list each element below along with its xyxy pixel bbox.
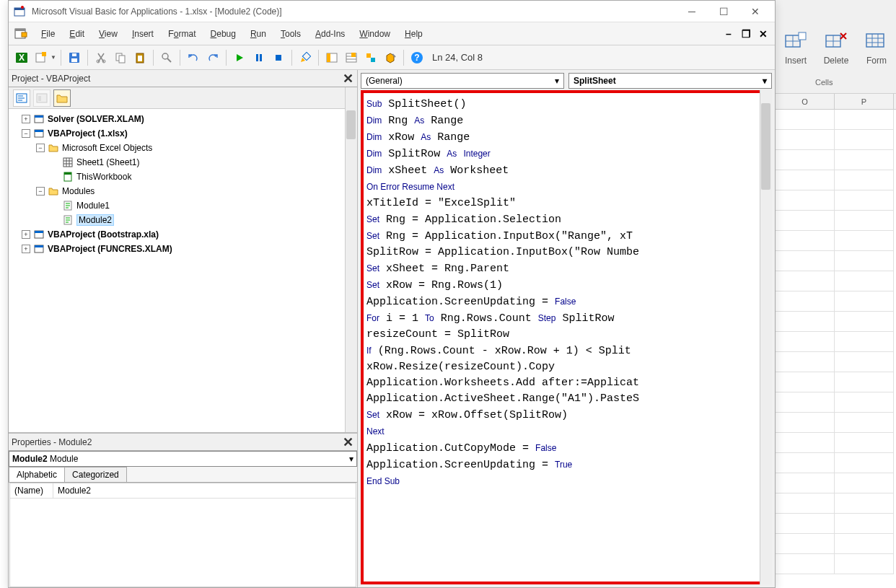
tab-alphabetic[interactable]: Alphabetic (9, 467, 65, 482)
tree-node-modules[interactable]: −Modules (36, 185, 356, 198)
run-button[interactable] (231, 49, 248, 66)
code-scrollbar[interactable] (760, 90, 772, 584)
cell[interactable] (776, 433, 835, 453)
tree-node-sheet1[interactable]: Sheet1 (Sheet1) (50, 156, 356, 169)
expander-icon[interactable]: − (36, 187, 45, 196)
view-code-button[interactable] (13, 89, 30, 107)
ribbon-insert-group[interactable]: Insert (783, 28, 809, 66)
cell[interactable] (776, 110, 835, 130)
cell[interactable] (835, 170, 894, 190)
cell[interactable] (835, 332, 894, 352)
cell[interactable] (835, 372, 894, 392)
cut-button[interactable] (92, 49, 110, 66)
title-bar[interactable]: Microsoft Visual Basic for Applications … (9, 1, 775, 22)
close-button[interactable]: ✕ (740, 1, 770, 22)
break-button[interactable] (250, 49, 268, 66)
cell[interactable] (776, 251, 835, 271)
properties-grid[interactable]: (Name) Module2 (9, 483, 356, 587)
project-toolbar-scroll[interactable] (345, 87, 357, 109)
expander-icon[interactable]: + (22, 230, 30, 239)
properties-panel-close-button[interactable]: ✕ (341, 436, 354, 449)
cell[interactable] (835, 534, 894, 554)
menu-addins[interactable]: Add-Ins (309, 25, 351, 42)
cell[interactable] (835, 433, 894, 453)
col-header-O[interactable]: O (776, 94, 835, 109)
menu-view[interactable]: View (92, 25, 124, 42)
menu-help[interactable]: Help (398, 25, 429, 42)
cell[interactable] (835, 473, 894, 493)
ribbon-delete-group[interactable]: Delete (823, 28, 849, 66)
cell[interactable] (776, 493, 835, 514)
cell[interactable] (776, 231, 835, 251)
paste-button[interactable] (131, 49, 149, 66)
toolbox-button[interactable] (382, 49, 399, 66)
menu-edit[interactable]: Edit (63, 25, 91, 42)
mdi-close-button[interactable]: ✕ (756, 27, 770, 40)
tree-scrollbar[interactable] (345, 109, 357, 432)
cell[interactable] (835, 392, 894, 413)
property-name-value[interactable]: Module2 (53, 483, 356, 498)
insert-item-button[interactable] (32, 49, 50, 66)
cell[interactable] (776, 211, 835, 231)
undo-button[interactable] (185, 49, 202, 66)
tree-scroll-thumb[interactable] (346, 110, 356, 139)
save-button[interactable] (66, 49, 83, 66)
design-mode-button[interactable] (297, 49, 314, 66)
menu-file[interactable]: File (35, 25, 61, 42)
object-browser-button[interactable] (362, 49, 379, 66)
cell[interactable] (776, 332, 835, 352)
project-panel-close-button[interactable]: ✕ (341, 72, 354, 85)
tree-node-thisworkbook[interactable]: ThisWorkbook (50, 170, 356, 183)
find-button[interactable] (158, 49, 175, 66)
expander-icon[interactable]: − (22, 129, 30, 138)
cell[interactable] (835, 110, 894, 130)
properties-object-combo[interactable]: Module2 Module ▾ (9, 451, 357, 467)
help-button[interactable]: ? (408, 49, 426, 66)
expander-icon[interactable]: − (36, 144, 45, 152)
cell[interactable] (776, 534, 835, 554)
menu-insert[interactable]: Insert (126, 25, 160, 42)
cell[interactable] (776, 312, 835, 332)
cell[interactable] (835, 150, 894, 170)
cell[interactable] (776, 453, 835, 473)
maximize-button[interactable]: ☐ (708, 1, 739, 22)
cell[interactable] (835, 514, 894, 534)
redo-button[interactable] (204, 49, 221, 66)
cell[interactable] (835, 493, 894, 514)
menu-debug[interactable]: Debug (204, 25, 242, 42)
toggle-folders-button[interactable] (53, 89, 71, 107)
object-dropdown[interactable]: (General)▾ (361, 73, 564, 89)
menu-run[interactable]: Run (244, 25, 273, 42)
cell[interactable] (835, 190, 894, 211)
tree-node-funcres[interactable]: +VBAProject (FUNCRES.XLAM) (22, 242, 356, 255)
ribbon-format-group[interactable]: Form (864, 28, 890, 66)
minimize-button[interactable]: ─ (677, 1, 707, 22)
expander-icon[interactable]: + (22, 245, 30, 253)
tree-node-bootstrap[interactable]: +VBAProject (Bootstrap.xla) (22, 228, 356, 241)
expander-icon[interactable]: + (22, 115, 30, 123)
mdi-minimize-button[interactable]: – (721, 27, 736, 40)
cell[interactable] (835, 130, 894, 150)
dropdown-arrow-icon[interactable]: ▼ (50, 54, 56, 61)
tree-node-module1[interactable]: Module1 (50, 199, 356, 212)
view-object-button[interactable] (33, 89, 50, 107)
copy-button[interactable] (112, 49, 129, 66)
property-row[interactable]: (Name) Module2 (10, 483, 356, 499)
tree-node-vbaproject[interactable]: −VBAProject (1.xlsx) (22, 127, 356, 140)
cell[interactable] (835, 271, 894, 291)
cell[interactable] (835, 413, 894, 433)
tree-node-solver[interactable]: +Solver (SOLVER.XLAM) (22, 113, 356, 126)
menu-tools[interactable]: Tools (274, 25, 307, 42)
reset-button[interactable] (270, 49, 287, 66)
cell[interactable] (776, 130, 835, 150)
mdi-restore-button[interactable]: ❐ (739, 27, 753, 40)
cell[interactable] (776, 271, 835, 291)
cell[interactable] (776, 372, 835, 392)
excel-grid[interactable]: O P (776, 94, 896, 588)
menu-format[interactable]: Format (162, 25, 203, 42)
code-scroll-thumb[interactable] (761, 103, 770, 190)
cell[interactable] (835, 251, 894, 271)
view-excel-button[interactable]: X (13, 49, 30, 66)
tree-node-module2[interactable]: Module2 (50, 214, 356, 227)
cell[interactable] (776, 514, 835, 534)
